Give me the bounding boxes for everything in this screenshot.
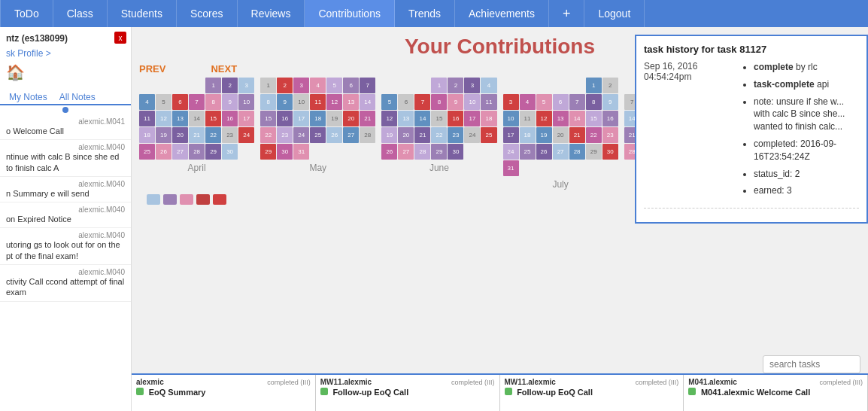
cal-cell[interactable]: 19 [381,127,397,143]
nav-scores[interactable]: Scores [177,0,238,27]
cal-cell[interactable]: 14 [189,111,205,126]
cal-cell[interactable]: 6 [172,94,188,110]
cal-cell[interactable]: 31 [503,160,519,176]
cal-cell[interactable]: 29 [586,144,602,160]
cal-cell[interactable]: 28 [189,144,205,160]
cal-cell[interactable]: 4 [310,78,326,93]
cal-cell[interactable]: 22 [431,127,447,143]
cal-cell[interactable]: 18 [139,127,155,143]
cal-cell[interactable]: 26 [381,144,397,160]
cal-cell[interactable]: 15 [586,111,602,126]
cal-cell[interactable]: 18 [481,111,496,126]
sidebar-profile-link[interactable]: sk Profile > [0,47,131,60]
nav-class[interactable]: Class [53,0,108,27]
cal-cell[interactable]: 9 [602,94,618,110]
nav-reviews[interactable]: Reviews [238,0,305,27]
cal-cell[interactable]: 31 [293,144,309,160]
cal-cell[interactable]: 9 [448,94,463,110]
cal-cell[interactable]: 25 [520,144,536,160]
cal-cell[interactable]: 19 [326,111,342,126]
cal-cell[interactable]: 28 [569,144,585,160]
cal-cell[interactable]: 22 [260,127,276,143]
cal-cell[interactable]: 30 [222,144,238,160]
cal-cell[interactable]: 2 [277,78,293,93]
cal-cell[interactable]: 11 [520,111,536,126]
cal-cell[interactable]: 2 [222,78,238,93]
cal-cell[interactable]: 18 [520,127,536,143]
cal-cell[interactable]: 13 [343,94,359,110]
cal-cell[interactable]: 10 [464,94,480,110]
cal-cell[interactable]: 26 [156,144,171,160]
cal-cell[interactable]: 20 [398,127,414,143]
cal-cell[interactable]: 15 [260,111,276,126]
tab-all-notes[interactable]: All Notes [56,90,99,105]
cal-cell[interactable]: 21 [569,127,585,143]
cal-cell[interactable]: 5 [326,78,342,93]
cal-cell[interactable]: 2 [602,78,618,93]
cal-cell[interactable]: 11 [139,111,155,126]
cal-cell[interactable]: 14 [414,111,430,126]
cal-cell[interactable]: 24 [503,144,519,160]
cal-cell[interactable]: 12 [156,111,171,126]
cal-cell[interactable]: 16 [448,111,463,126]
cal-cell[interactable]: 25 [481,127,496,143]
cal-cell[interactable]: 21 [360,111,375,126]
cal-cell[interactable]: 12 [381,111,397,126]
cal-cell[interactable]: 11 [310,94,326,110]
cal-cell[interactable]: 21 [189,127,205,143]
cal-cell[interactable]: 6 [398,94,414,110]
cal-cell[interactable]: 24 [238,127,254,143]
cal-cell[interactable]: 8 [431,94,447,110]
cal-cell[interactable]: 3 [464,78,480,93]
cal-cell[interactable]: 7 [414,94,430,110]
cal-cell[interactable]: 23 [277,127,293,143]
cal-cell[interactable]: 24 [464,127,480,143]
cal-cell[interactable]: 17 [503,127,519,143]
cal-cell[interactable]: 17 [293,111,309,126]
cal-cell[interactable]: 24 [293,127,309,143]
cal-cell[interactable]: 15 [431,111,447,126]
cal-cell[interactable]: 6 [343,78,359,93]
nav-contributions[interactable]: Contributions [305,0,395,27]
cal-cell[interactable]: 4 [520,94,536,110]
cal-cell[interactable]: 10 [503,111,519,126]
search-input[interactable] [763,355,860,373]
sidebar-close-button[interactable]: x [114,32,126,44]
cal-cell[interactable]: 3 [238,78,254,93]
cal-cell[interactable]: 22 [205,127,221,143]
cal-cell[interactable]: 19 [536,127,552,143]
cal-cell[interactable]: 10 [293,94,309,110]
cal-cell[interactable]: 27 [343,127,359,143]
cal-cell[interactable]: 23 [602,127,618,143]
cal-cell[interactable]: 27 [172,144,188,160]
cal-cell[interactable]: 27 [398,144,414,160]
cal-cell[interactable]: 15 [205,111,221,126]
cal-cell[interactable]: 28 [414,144,430,160]
cal-cell[interactable]: 26 [326,127,342,143]
cal-cell[interactable]: 4 [481,78,496,93]
cal-cell[interactable]: 16 [222,111,238,126]
cal-cell[interactable]: 17 [238,111,254,126]
cal-cell[interactable]: 26 [536,144,552,160]
cal-cell[interactable]: 13 [172,111,188,126]
cal-cell[interactable]: 14 [569,111,585,126]
cal-cell[interactable]: 25 [139,144,155,160]
nav-todo[interactable]: ToDo [0,0,53,27]
cal-cell[interactable]: 10 [238,94,254,110]
cal-cell[interactable]: 30 [448,144,463,160]
cal-cell[interactable]: 22 [586,127,602,143]
cal-cell[interactable]: 3 [293,78,309,93]
cal-cell[interactable]: 1 [431,78,447,93]
cal-cell[interactable]: 1 [205,78,221,93]
cal-cell[interactable]: 12 [536,111,552,126]
nav-plus[interactable]: + [549,0,585,27]
cal-cell[interactable]: 7 [189,94,205,110]
cal-cell[interactable]: 1 [260,78,276,93]
cal-next-button[interactable]: NEXT [211,63,237,75]
cal-cell[interactable]: 27 [553,144,569,160]
cal-cell[interactable]: 9 [277,94,293,110]
cal-cell[interactable]: 8 [205,94,221,110]
cal-cell[interactable]: 5 [156,94,171,110]
cal-cell[interactable]: 20 [172,127,188,143]
cal-cell[interactable]: 11 [481,94,496,110]
